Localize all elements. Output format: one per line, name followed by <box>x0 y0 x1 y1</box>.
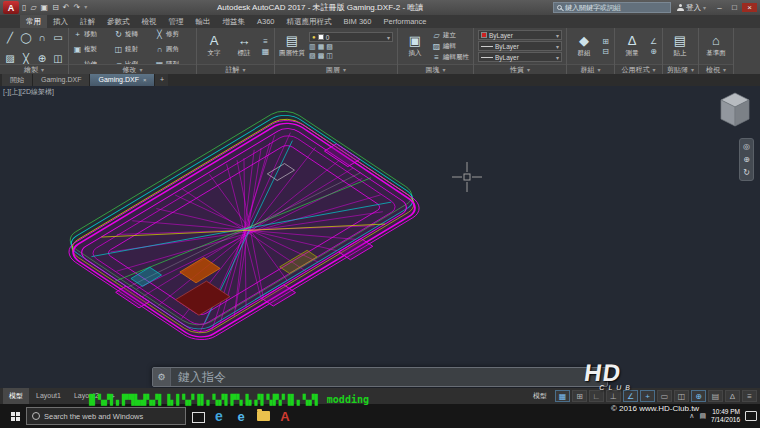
leader-icon[interactable]: ≡ <box>261 37 270 46</box>
fillet-button[interactable]: ∩圓角 <box>155 45 192 55</box>
close-button[interactable]: × <box>742 3 757 12</box>
status-polar-icon[interactable]: ∠ <box>623 390 638 402</box>
layer-off-icon[interactable]: ▥ <box>309 43 316 51</box>
model-wireframe[interactable] <box>0 86 760 388</box>
status-tracking-icon[interactable]: ▭ <box>657 390 672 402</box>
layer-isolate-icon[interactable]: ▦ <box>318 43 325 51</box>
ribbon-tab-parametric[interactable]: 參數式 <box>101 15 136 28</box>
status-transparency-icon[interactable]: ⊕ <box>691 390 706 402</box>
panel-label-blocks[interactable]: 圖塊 ▾ <box>398 64 473 74</box>
panel-label-groups[interactable]: 群組 ▾ <box>567 64 614 74</box>
ribbon-tab-view[interactable]: 檢視 <box>136 15 163 28</box>
maximize-button[interactable]: □ <box>727 3 742 12</box>
autocad-taskbar-button[interactable]: A <box>274 404 296 428</box>
layer-previous-icon[interactable]: ◫ <box>326 52 333 60</box>
lineweight-dropdown[interactable]: ByLayer ▾ <box>478 52 562 62</box>
edit-block-button[interactable]: ▨編輯 <box>432 41 469 51</box>
panel-label-clipboard[interactable]: 剪貼簿 ▾ <box>663 64 698 74</box>
quick-select-icon[interactable]: ∠ <box>649 37 658 46</box>
circle-icon[interactable]: ◯ <box>20 32 31 43</box>
view-cube[interactable] <box>710 90 754 134</box>
tray-app-icon[interactable]: ▤ <box>699 412 706 420</box>
ungroup-icon[interactable]: ⊞ <box>601 37 610 46</box>
object-color-dropdown[interactable]: ByLayer ▾ <box>478 30 562 40</box>
ribbon-tab-manage[interactable]: 管理 <box>163 15 190 28</box>
layout-tab-layout1[interactable]: Layout1 <box>30 388 67 404</box>
create-block-button[interactable]: ▱建立 <box>432 30 469 40</box>
ribbon-tab-home[interactable]: 常用 <box>20 15 47 28</box>
ribbon-tab-output[interactable]: 輸出 <box>190 15 217 28</box>
new-file-tab-button[interactable]: + <box>155 74 168 86</box>
panel-label-layers[interactable]: 圖層 ▾ <box>275 64 397 74</box>
minimize-button[interactable]: – <box>712 3 727 12</box>
hatch-icon[interactable]: ▨ <box>5 53 14 64</box>
table-icon[interactable]: ▦ <box>261 47 270 56</box>
ribbon-tab-bim360[interactable]: BIM 360 <box>338 15 378 28</box>
linetype-dropdown[interactable]: ByLayer ▾ <box>478 41 562 51</box>
point-icon[interactable]: ⊕ <box>38 53 46 64</box>
file-tab-gaming-dxf-2[interactable]: Gaming.DXF × <box>90 74 155 86</box>
qat-open-icon[interactable]: ▱ <box>30 3 36 12</box>
copy-button[interactable]: ▣複製 <box>73 45 110 55</box>
layout-tab-model[interactable]: 模型 <box>3 388 29 404</box>
insert-block-button[interactable]: ▣插入 <box>402 29 428 63</box>
region-icon[interactable]: ◫ <box>53 53 62 64</box>
text-button[interactable]: A文字 <box>201 29 227 63</box>
erase-icon[interactable]: ╳ <box>23 53 29 64</box>
task-view-button[interactable] <box>186 404 208 428</box>
start-button[interactable] <box>4 404 26 428</box>
command-customize-button[interactable]: ⚙ <box>153 368 171 386</box>
base-view-button[interactable]: ⌂基準面 <box>703 29 729 63</box>
status-infer-icon[interactable]: ∟ <box>589 390 604 402</box>
taskbar-search-box[interactable]: Search the web and Windows <box>26 407 186 425</box>
status-ortho-icon[interactable]: ⊥ <box>606 390 621 402</box>
model-space-toggle[interactable]: 模型 <box>527 391 553 401</box>
orbit-icon[interactable]: ↻ <box>743 168 750 177</box>
status-lineweight-icon[interactable]: ◫ <box>674 390 689 402</box>
qat-redo-icon[interactable]: ↷ <box>74 3 81 12</box>
status-osnap-icon[interactable]: + <box>640 390 655 402</box>
panel-label-properties[interactable]: 性質 ▾ <box>474 64 566 74</box>
rotate-button[interactable]: ↻旋轉 <box>114 30 151 40</box>
file-tab-close-icon[interactable]: × <box>143 74 147 86</box>
status-snap-icon[interactable]: ⊞ <box>572 390 587 402</box>
qat-dropdown-icon[interactable]: ▾ <box>84 3 87 12</box>
action-center-icon[interactable] <box>745 411 757 421</box>
command-input[interactable]: 鍵入指令 <box>171 368 607 386</box>
panel-label-view[interactable]: 檢視 ▾ <box>699 64 733 74</box>
ribbon-tab-insert[interactable]: 插入 <box>47 15 74 28</box>
zoom-icon[interactable]: ⊕ <box>743 155 750 164</box>
group-button[interactable]: ◆群組 <box>571 29 597 63</box>
viewport-controls[interactable]: [-][上][2D線架構] <box>3 87 54 97</box>
taskbar-clock[interactable]: 10:49 PM 7/14/2016 <box>711 408 740 424</box>
drawing-viewport[interactable]: [-][上][2D線架構] <box>0 86 760 388</box>
point-style-icon[interactable]: ⊕ <box>649 47 658 56</box>
layer-freeze-icon[interactable]: ▧ <box>326 43 333 51</box>
group-edit-icon[interactable]: ⊟ <box>601 47 610 56</box>
layer-match-icon[interactable]: ▩ <box>318 52 325 60</box>
layer-properties-button[interactable]: ▤圖層性質 <box>279 29 305 63</box>
ribbon-tab-annotate[interactable]: 註解 <box>74 15 101 28</box>
status-workspace-icon[interactable]: Δ <box>725 390 740 402</box>
app-menu-button[interactable]: A <box>3 1 19 14</box>
qat-save-icon[interactable]: ▣ <box>41 3 49 12</box>
trim-button[interactable]: ╳修剪 <box>155 30 192 40</box>
line-icon[interactable]: ╱ <box>7 32 13 43</box>
panel-label-annotation[interactable]: 註解 ▾ <box>197 64 274 74</box>
ribbon-tab-featured-apps[interactable]: 精選應用程式 <box>281 15 338 28</box>
paste-button[interactable]: ▤貼上 <box>667 29 693 63</box>
status-grid-icon[interactable]: ▦ <box>555 390 570 402</box>
file-tab-gaming-dxf-1[interactable]: Gaming.DXF <box>33 74 90 86</box>
ribbon-tab-addins[interactable]: 增益集 <box>217 15 252 28</box>
qat-undo-icon[interactable]: ↶ <box>63 3 70 12</box>
panel-label-draw[interactable]: 繪製 ▾ <box>0 64 68 74</box>
infocenter-search-box[interactable]: 鍵入關鍵字或詞組 <box>553 2 671 13</box>
edge-taskbar-button[interactable]: e <box>208 404 230 428</box>
ribbon-tab-a360[interactable]: A360 <box>251 15 281 28</box>
mirror-button[interactable]: ◫鏡射 <box>114 45 151 55</box>
tray-expand-icon[interactable]: ∧ <box>689 412 694 420</box>
panel-label-utilities[interactable]: 公用程式 ▾ <box>615 64 662 74</box>
move-button[interactable]: +移動 <box>73 30 110 40</box>
navigation-bar[interactable]: ◎ ⊕ ↻ <box>739 138 754 181</box>
qat-new-icon[interactable]: ▯ <box>22 3 26 12</box>
